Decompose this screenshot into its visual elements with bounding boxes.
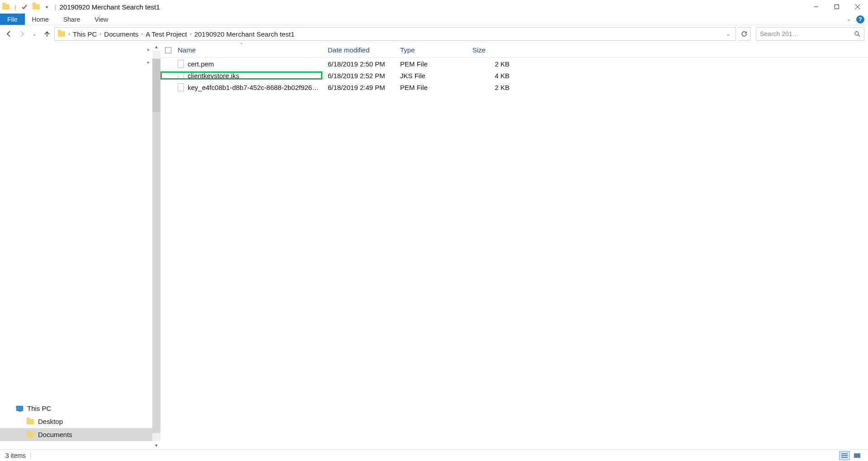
column-header-date[interactable]: Date modified xyxy=(322,42,395,57)
scroll-down-icon[interactable]: ▾ xyxy=(152,441,160,449)
file-size: 2 KB xyxy=(467,60,515,68)
tab-share[interactable]: Share xyxy=(56,14,87,25)
breadcrumb-label: This PC xyxy=(73,30,97,38)
file-size: 4 KB xyxy=(467,72,515,80)
folder-tree: This PC Desktop Documents xyxy=(0,402,152,449)
qat-customize-icon[interactable]: ▾ xyxy=(44,5,50,9)
scroll-track[interactable] xyxy=(152,51,160,441)
file-name-cell[interactable]: cert.pem xyxy=(160,60,322,68)
folder-icon xyxy=(26,418,34,426)
svg-line-5 xyxy=(858,35,860,37)
refresh-button[interactable] xyxy=(738,27,750,41)
column-header-size[interactable]: Size xyxy=(467,42,515,57)
view-switcher xyxy=(839,451,863,460)
title-bar: | ▾ | 20190920 Merchant Search test1 xyxy=(0,0,868,14)
address-dropdown-icon[interactable]: ⌄ xyxy=(723,31,733,37)
tab-file[interactable]: File xyxy=(0,14,25,25)
status-item-count: 3 items xyxy=(5,452,26,459)
navigation-bar: ⌄ › This PC › Documents › A Test Project… xyxy=(0,25,868,42)
ribbon: File Home Share View ⌄ ? xyxy=(0,14,868,25)
scroll-thumb[interactable] xyxy=(152,112,160,433)
tree-item-documents[interactable]: Documents xyxy=(0,428,152,441)
svg-rect-1 xyxy=(835,5,839,9)
pc-icon xyxy=(15,405,24,413)
recent-locations-button[interactable]: ⌄ xyxy=(29,28,40,40)
file-name: clientkeystore.jks xyxy=(188,72,239,80)
tree-item-desktop[interactable]: Desktop xyxy=(0,415,152,428)
search-icon xyxy=(854,31,860,37)
file-rows: cert.pem6/18/2019 2:50 PMPEM File2 KBcli… xyxy=(160,58,868,93)
nav-expander-icon[interactable]: ▸ xyxy=(146,45,151,53)
file-icon xyxy=(178,60,184,68)
file-row[interactable]: cert.pem6/18/2019 2:50 PMPEM File2 KB xyxy=(160,58,868,70)
file-list-pane: Name ⌃ Date modified Type Size cert.pem6… xyxy=(160,42,868,449)
breadcrumb-item[interactable]: 20190920 Merchant Search test1 xyxy=(194,30,295,38)
breadcrumb-label: 20190920 Merchant Search test1 xyxy=(194,30,295,38)
column-label: Date modified xyxy=(328,46,370,54)
tab-view[interactable]: View xyxy=(87,14,115,25)
file-name-cell[interactable]: key_e4fc08b1-d8b7-452c-8688-2b02f92603… xyxy=(160,83,322,91)
file-date: 6/18/2019 2:52 PM xyxy=(322,72,395,80)
help-icon[interactable]: ? xyxy=(856,15,864,24)
quick-access-toolbar: | ▾ | xyxy=(0,2,57,12)
folder-icon xyxy=(2,2,10,12)
search-placeholder: Search 201… xyxy=(760,30,854,38)
qat-separator: | xyxy=(14,4,17,10)
new-folder-icon[interactable] xyxy=(32,2,40,12)
select-all-checkbox[interactable] xyxy=(165,47,171,53)
file-icon xyxy=(178,83,184,91)
minimize-button[interactable] xyxy=(806,0,826,14)
window-controls xyxy=(806,0,868,14)
scroll-thumb[interactable] xyxy=(152,59,160,112)
tab-home[interactable]: Home xyxy=(25,14,56,25)
qat-separator-2: | xyxy=(53,4,57,10)
breadcrumb-item[interactable]: This PC xyxy=(73,30,97,38)
up-button[interactable] xyxy=(42,28,52,40)
tree-item-thispc[interactable]: This PC xyxy=(0,402,152,415)
breadcrumb-label: A Test Project xyxy=(146,30,187,38)
properties-icon[interactable] xyxy=(20,2,28,12)
scroll-up-icon[interactable]: ▴ xyxy=(152,42,160,51)
forward-button[interactable] xyxy=(16,28,27,40)
file-name-cell[interactable]: clientkeystore.jks xyxy=(160,71,322,80)
maximize-button[interactable] xyxy=(826,0,847,14)
tree-item-cut xyxy=(0,441,152,449)
details-view-button[interactable] xyxy=(839,451,850,460)
chevron-right-icon[interactable]: › xyxy=(141,31,143,37)
svg-point-4 xyxy=(855,32,859,35)
folder-icon xyxy=(26,431,34,439)
file-row[interactable]: key_e4fc08b1-d8b7-452c-8688-2b02f92603…6… xyxy=(160,81,868,93)
file-icon xyxy=(178,71,184,80)
close-button[interactable] xyxy=(847,0,868,14)
nav-expander-icon[interactable]: ▸ xyxy=(146,58,151,66)
file-type: JKS File xyxy=(395,72,467,80)
file-size: 2 KB xyxy=(467,84,515,91)
status-separator xyxy=(30,452,31,459)
column-label: Size xyxy=(472,46,486,54)
breadcrumb-item[interactable]: A Test Project xyxy=(146,30,187,38)
breadcrumb-label: Documents xyxy=(104,30,138,38)
chevron-right-icon[interactable]: › xyxy=(99,31,101,37)
tree-label: Desktop xyxy=(38,418,63,425)
file-date: 6/18/2019 2:49 PM xyxy=(322,84,395,91)
file-row[interactable]: clientkeystore.jks6/18/2019 2:52 PMJKS F… xyxy=(160,70,868,81)
window-title: 20190920 Merchant Search test1 xyxy=(57,3,160,11)
status-bar: 3 items xyxy=(0,449,868,461)
content-area: ▸ ▸ ▴ ▾ This PC Desktop Documents xyxy=(0,42,868,449)
back-button[interactable] xyxy=(4,28,14,40)
chevron-right-icon[interactable]: › xyxy=(68,31,70,37)
column-headers: Name ⌃ Date modified Type Size xyxy=(160,42,868,58)
tree-label: Documents xyxy=(38,431,72,438)
breadcrumb-item[interactable]: Documents xyxy=(104,30,138,38)
file-name: cert.pem xyxy=(188,60,214,68)
ribbon-collapse-icon[interactable]: ⌄ xyxy=(844,16,854,22)
column-label: Type xyxy=(400,46,415,54)
address-bar[interactable]: › This PC › Documents › A Test Project ›… xyxy=(54,27,736,41)
chevron-right-icon[interactable]: › xyxy=(190,31,192,37)
thumbnails-view-button[interactable] xyxy=(852,451,863,460)
column-header-name[interactable]: Name ⌃ xyxy=(160,42,322,57)
search-input[interactable]: Search 201… xyxy=(756,27,864,41)
nav-scrollbar[interactable]: ▴ ▾ xyxy=(152,42,160,449)
tree-label: This PC xyxy=(27,405,51,412)
column-header-type[interactable]: Type xyxy=(395,42,467,57)
